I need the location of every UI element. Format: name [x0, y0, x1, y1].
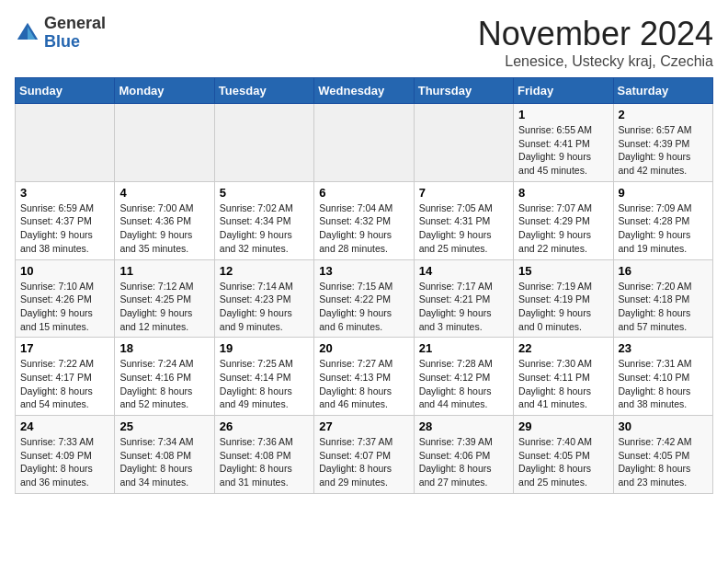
calendar-day-cell: [314, 104, 414, 182]
day-info: Sunrise: 7:34 AM Sunset: 4:08 PM Dayligh…: [119, 435, 209, 489]
day-number: 23: [619, 341, 708, 355]
calendar-day-cell: 5Sunrise: 7:02 AM Sunset: 4:34 PM Daylig…: [214, 181, 313, 259]
day-info: Sunrise: 7:09 AM Sunset: 4:28 PM Dayligh…: [619, 201, 708, 256]
logo: General Blue: [15, 15, 106, 52]
day-info: Sunrise: 7:31 AM Sunset: 4:10 PM Dayligh…: [619, 357, 708, 411]
day-info: Sunrise: 7:14 AM Sunset: 4:23 PM Dayligh…: [220, 280, 309, 334]
calendar-day-cell: 21Sunrise: 7:28 AM Sunset: 4:12 PM Dayli…: [414, 338, 513, 416]
day-info: Sunrise: 7:17 AM Sunset: 4:21 PM Dayligh…: [419, 280, 508, 334]
calendar-day-cell: 6Sunrise: 7:04 AM Sunset: 4:32 PM Daylig…: [314, 181, 414, 259]
day-number: 10: [20, 264, 109, 278]
day-info: Sunrise: 7:05 AM Sunset: 4:31 PM Dayligh…: [419, 201, 508, 256]
day-info: Sunrise: 7:25 AM Sunset: 4:14 PM Dayligh…: [220, 357, 309, 411]
day-number: 2: [619, 108, 708, 121]
day-info: Sunrise: 7:36 AM Sunset: 4:08 PM Dayligh…: [220, 435, 309, 489]
day-of-week-header: Sunday: [16, 78, 115, 104]
month-title: November 2024: [478, 15, 713, 53]
day-number: 12: [220, 264, 309, 278]
day-number: 24: [20, 419, 109, 433]
day-number: 14: [419, 264, 508, 278]
calendar-day-cell: 3Sunrise: 6:59 AM Sunset: 4:37 PM Daylig…: [16, 181, 115, 259]
calendar-day-cell: 12Sunrise: 7:14 AM Sunset: 4:23 PM Dayli…: [214, 259, 313, 338]
day-info: Sunrise: 7:04 AM Sunset: 4:32 PM Dayligh…: [319, 201, 408, 256]
calendar-day-cell: 18Sunrise: 7:24 AM Sunset: 4:16 PM Dayli…: [115, 338, 214, 416]
day-info: Sunrise: 7:19 AM Sunset: 4:19 PM Dayligh…: [518, 280, 608, 334]
day-of-week-header: Thursday: [414, 78, 513, 104]
calendar-header-row: SundayMondayTuesdayWednesdayThursdayFrid…: [16, 78, 713, 104]
day-info: Sunrise: 7:24 AM Sunset: 4:16 PM Dayligh…: [119, 357, 209, 411]
location-subtitle: Lenesice, Ustecky kraj, Czechia: [478, 53, 713, 70]
calendar-day-cell: 30Sunrise: 7:42 AM Sunset: 4:05 PM Dayli…: [613, 416, 712, 494]
calendar-day-cell: 4Sunrise: 7:00 AM Sunset: 4:36 PM Daylig…: [115, 181, 214, 259]
day-number: 21: [419, 341, 508, 355]
title-block: November 2024 Lenesice, Ustecky kraj, Cz…: [478, 15, 713, 70]
calendar-day-cell: 29Sunrise: 7:40 AM Sunset: 4:05 PM Dayli…: [514, 416, 613, 494]
day-number: 16: [619, 264, 708, 278]
day-info: Sunrise: 7:12 AM Sunset: 4:25 PM Dayligh…: [119, 280, 209, 334]
day-number: 3: [20, 186, 109, 200]
day-info: Sunrise: 7:02 AM Sunset: 4:34 PM Dayligh…: [220, 201, 309, 256]
calendar-day-cell: 8Sunrise: 7:07 AM Sunset: 4:29 PM Daylig…: [514, 181, 613, 259]
calendar-day-cell: 17Sunrise: 7:22 AM Sunset: 4:17 PM Dayli…: [16, 338, 115, 416]
calendar-day-cell: 26Sunrise: 7:36 AM Sunset: 4:08 PM Dayli…: [214, 416, 313, 494]
day-number: 30: [619, 419, 708, 433]
day-info: Sunrise: 7:33 AM Sunset: 4:09 PM Dayligh…: [20, 435, 109, 489]
day-info: Sunrise: 6:59 AM Sunset: 4:37 PM Dayligh…: [20, 201, 109, 256]
day-info: Sunrise: 7:22 AM Sunset: 4:17 PM Dayligh…: [20, 357, 109, 411]
day-number: 25: [119, 419, 209, 433]
day-number: 13: [319, 264, 408, 278]
calendar-day-cell: [115, 104, 214, 182]
day-number: 6: [319, 186, 408, 200]
calendar-day-cell: [414, 104, 513, 182]
calendar-week-row: 1Sunrise: 6:55 AM Sunset: 4:41 PM Daylig…: [16, 104, 713, 182]
day-info: Sunrise: 7:40 AM Sunset: 4:05 PM Dayligh…: [518, 435, 608, 489]
day-number: 9: [619, 186, 708, 200]
calendar-day-cell: 23Sunrise: 7:31 AM Sunset: 4:10 PM Dayli…: [613, 338, 712, 416]
day-number: 22: [518, 341, 608, 355]
day-of-week-header: Tuesday: [214, 78, 313, 104]
calendar-week-row: 3Sunrise: 6:59 AM Sunset: 4:37 PM Daylig…: [16, 181, 713, 259]
day-number: 29: [518, 419, 608, 433]
calendar-day-cell: 20Sunrise: 7:27 AM Sunset: 4:13 PM Dayli…: [314, 338, 414, 416]
calendar-day-cell: 15Sunrise: 7:19 AM Sunset: 4:19 PM Dayli…: [514, 259, 613, 338]
day-number: 20: [319, 341, 408, 355]
calendar-day-cell: 24Sunrise: 7:33 AM Sunset: 4:09 PM Dayli…: [16, 416, 115, 494]
calendar-day-cell: 22Sunrise: 7:30 AM Sunset: 4:11 PM Dayli…: [514, 338, 613, 416]
calendar-day-cell: 7Sunrise: 7:05 AM Sunset: 4:31 PM Daylig…: [414, 181, 513, 259]
day-number: 26: [220, 419, 309, 433]
calendar-day-cell: 16Sunrise: 7:20 AM Sunset: 4:18 PM Dayli…: [613, 259, 712, 338]
day-number: 19: [220, 341, 309, 355]
logo-icon: [15, 20, 40, 46]
day-number: 1: [518, 108, 608, 121]
day-info: Sunrise: 7:10 AM Sunset: 4:26 PM Dayligh…: [20, 280, 109, 334]
calendar-day-cell: 1Sunrise: 6:55 AM Sunset: 4:41 PM Daylig…: [514, 104, 613, 182]
calendar-week-row: 17Sunrise: 7:22 AM Sunset: 4:17 PM Dayli…: [16, 338, 713, 416]
day-info: Sunrise: 7:42 AM Sunset: 4:05 PM Dayligh…: [619, 435, 708, 489]
calendar-day-cell: 14Sunrise: 7:17 AM Sunset: 4:21 PM Dayli…: [414, 259, 513, 338]
day-number: 5: [220, 186, 309, 200]
day-number: 28: [419, 419, 508, 433]
day-number: 15: [518, 264, 608, 278]
day-info: Sunrise: 7:00 AM Sunset: 4:36 PM Dayligh…: [119, 201, 209, 256]
day-info: Sunrise: 7:27 AM Sunset: 4:13 PM Dayligh…: [319, 357, 408, 411]
logo-text: General Blue: [44, 15, 106, 52]
day-number: 18: [119, 341, 209, 355]
calendar-day-cell: 11Sunrise: 7:12 AM Sunset: 4:25 PM Dayli…: [115, 259, 214, 338]
calendar: SundayMondayTuesdayWednesdayThursdayFrid…: [15, 77, 713, 494]
day-of-week-header: Monday: [115, 78, 214, 104]
day-info: Sunrise: 6:55 AM Sunset: 4:41 PM Dayligh…: [518, 123, 608, 178]
day-number: 17: [20, 341, 109, 355]
day-number: 11: [119, 264, 209, 278]
day-info: Sunrise: 7:37 AM Sunset: 4:07 PM Dayligh…: [319, 435, 408, 489]
calendar-day-cell: 28Sunrise: 7:39 AM Sunset: 4:06 PM Dayli…: [414, 416, 513, 494]
day-of-week-header: Friday: [514, 78, 613, 104]
day-info: Sunrise: 7:28 AM Sunset: 4:12 PM Dayligh…: [419, 357, 508, 411]
calendar-day-cell: 27Sunrise: 7:37 AM Sunset: 4:07 PM Dayli…: [314, 416, 414, 494]
day-of-week-header: Wednesday: [314, 78, 414, 104]
calendar-day-cell: 19Sunrise: 7:25 AM Sunset: 4:14 PM Dayli…: [214, 338, 313, 416]
day-info: Sunrise: 6:57 AM Sunset: 4:39 PM Dayligh…: [619, 123, 708, 178]
calendar-day-cell: 25Sunrise: 7:34 AM Sunset: 4:08 PM Dayli…: [115, 416, 214, 494]
calendar-week-row: 10Sunrise: 7:10 AM Sunset: 4:26 PM Dayli…: [16, 259, 713, 338]
day-info: Sunrise: 7:15 AM Sunset: 4:22 PM Dayligh…: [319, 280, 408, 334]
calendar-week-row: 24Sunrise: 7:33 AM Sunset: 4:09 PM Dayli…: [16, 416, 713, 494]
